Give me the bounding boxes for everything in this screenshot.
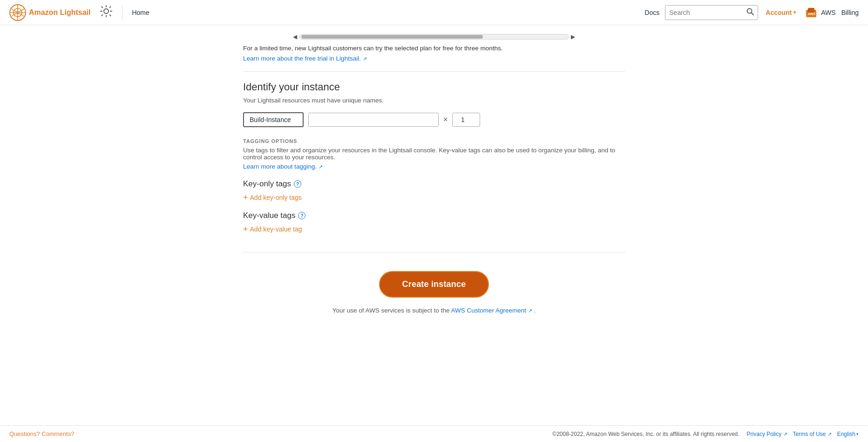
header-divider [122, 6, 122, 20]
aws-agreement-link-text: AWS Customer Agreement [451, 307, 527, 314]
aws-label: AWS [821, 9, 835, 16]
aws-agreement-section: Your use of AWS services is subject to t… [243, 307, 625, 314]
terms-label: Terms of Use [793, 431, 826, 437]
search-container [665, 5, 758, 20]
page-content: ◀ ▶ For a limited time, new Lightsail cu… [0, 25, 868, 347]
aws-agreement-external-icon: ↗ [528, 308, 532, 313]
questions-comments-link[interactable]: Questions? Comments? [9, 430, 74, 437]
language-selector[interactable]: English ▾ [837, 431, 859, 437]
svg-line-5 [752, 13, 754, 15]
identify-section-title: Identify your instance [243, 81, 625, 93]
aws-icon: AWS [805, 6, 818, 19]
privacy-policy-link[interactable]: Privacy Policy ↗ [747, 431, 787, 437]
free-trial-link-text: Learn more about the free trial in Light… [243, 55, 361, 62]
plus-icon-key-only: + [243, 193, 248, 202]
instance-count-input[interactable] [452, 113, 480, 127]
create-instance-section: Create instance [243, 252, 625, 298]
logo-text: Amazon Lightsail [29, 8, 90, 17]
key-only-title-text: Key-only tags [243, 179, 291, 189]
svg-text:AWS: AWS [808, 12, 815, 15]
privacy-label: Privacy Policy [747, 431, 782, 437]
tagging-options-section: TAGGING OPTIONS Use tags to filter and o… [243, 138, 625, 170]
key-value-tags-section: Key-value tags ? + Add key-value tag [243, 211, 625, 233]
account-button[interactable]: Account ▾ [766, 9, 796, 16]
language-chevron-icon: ▾ [856, 432, 859, 436]
language-label: English [837, 431, 855, 437]
scroll-left-arrow[interactable]: ◀ [293, 34, 297, 40]
account-label: Account [766, 9, 792, 16]
scroll-right-arrow[interactable]: ▶ [571, 34, 575, 40]
instance-name-input[interactable] [308, 113, 439, 127]
tagging-link-text: Learn more about tagging. [243, 163, 317, 170]
footer-copyright: ©2008-2022, Amazon Web Services, Inc. or… [552, 431, 739, 437]
instance-prefix-box: Build-Instance [243, 112, 304, 127]
page-footer: Questions? Comments? ©2008-2022, Amazon … [0, 425, 868, 442]
home-nav-link[interactable]: Home [132, 9, 149, 16]
account-chevron-icon: ▾ [793, 10, 796, 15]
aws-link[interactable]: AWS AWS [805, 6, 835, 19]
terms-external-icon: ↗ [827, 431, 832, 437]
identify-section-subtitle: Your Lightsail resources must have uniqu… [243, 97, 625, 104]
aws-agreement-prefix: Your use of AWS services is subject to t… [332, 307, 450, 314]
key-value-title-text: Key-value tags [243, 211, 295, 220]
terms-of-use-link[interactable]: Terms of Use ↗ [793, 431, 832, 437]
search-button[interactable] [746, 8, 754, 17]
lightsail-logo-icon [9, 4, 26, 21]
free-trial-link[interactable]: Learn more about the free trial in Light… [243, 55, 367, 62]
privacy-external-icon: ↗ [783, 431, 787, 437]
scroll-thumb[interactable] [301, 35, 483, 39]
main-section: For a limited time, new Lightsail custom… [224, 45, 644, 347]
add-key-value-label: Add key-value tag [250, 225, 302, 233]
search-input[interactable] [669, 9, 746, 16]
tagging-learn-more-link[interactable]: Learn more about tagging. ↗ [243, 163, 323, 170]
aws-customer-agreement-link[interactable]: AWS Customer Agreement ↗ [451, 307, 534, 314]
main-header: Amazon Lightsail Home Docs Account ▾ AWS [0, 0, 868, 25]
horizontal-scroll-area: ◀ ▶ [0, 25, 868, 45]
key-only-help-icon[interactable]: ? [294, 180, 301, 188]
section-divider-top [243, 71, 625, 72]
free-trial-external-icon: ↗ [363, 56, 367, 61]
logo-link[interactable]: Amazon Lightsail [9, 4, 90, 21]
key-value-tags-title: Key-value tags ? [243, 211, 625, 220]
multiply-sign: × [443, 116, 448, 124]
tagging-external-icon: ↗ [319, 164, 323, 170]
settings-gear-icon[interactable] [100, 5, 113, 20]
key-only-tags-section: Key-only tags ? + Add key-only tags [243, 179, 625, 202]
key-value-help-icon[interactable]: ? [298, 212, 305, 219]
tagging-description: Use tags to filter and organize your res… [243, 147, 625, 161]
search-icon [746, 8, 754, 15]
add-key-value-tag-button[interactable]: + Add key-value tag [243, 225, 302, 233]
create-instance-button[interactable]: Create instance [379, 271, 489, 298]
scroll-track[interactable] [299, 34, 569, 40]
instance-name-row: Build-Instance × [243, 112, 625, 127]
docs-link[interactable]: Docs [644, 9, 659, 16]
logo-brand: Lightsail [60, 8, 91, 16]
key-only-tags-title: Key-only tags ? [243, 179, 625, 189]
add-key-only-tags-button[interactable]: + Add key-only tags [243, 193, 302, 202]
plus-icon-key-value: + [243, 225, 248, 233]
free-trial-notice: For a limited time, new Lightsail custom… [243, 45, 625, 52]
aws-agreement-suffix: . [534, 307, 536, 314]
logo-prefix: Amazon [29, 8, 60, 16]
add-key-only-label: Add key-only tags [250, 194, 302, 201]
billing-link[interactable]: Billing [841, 9, 859, 16]
tagging-options-label: TAGGING OPTIONS [243, 138, 625, 144]
